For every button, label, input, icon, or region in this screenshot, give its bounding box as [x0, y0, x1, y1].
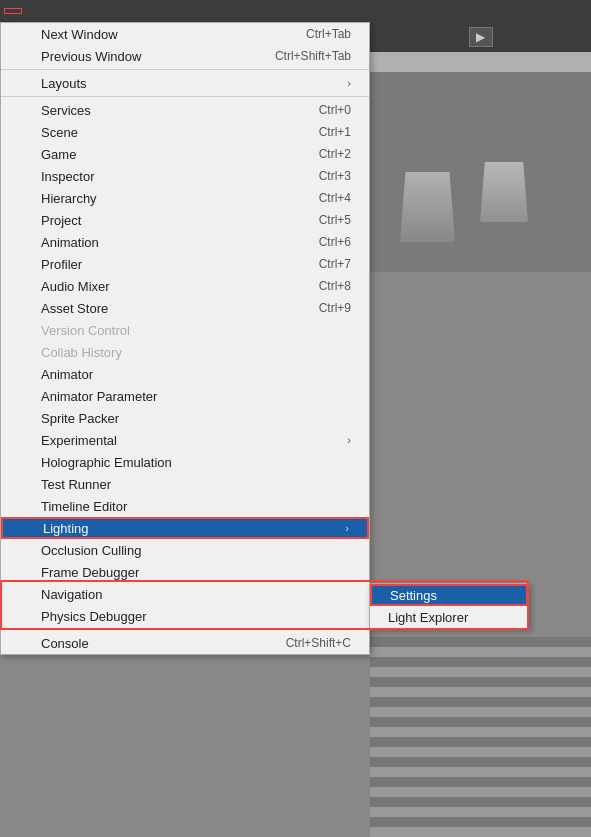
- menu-item-label-layouts: Layouts: [41, 76, 87, 91]
- submenu-item-settings[interactable]: Settings: [370, 584, 528, 606]
- menu-item-label-inspector: Inspector: [41, 169, 94, 184]
- menu-item-console[interactable]: ConsoleCtrl+Shift+C: [1, 632, 369, 654]
- menu-item-label-holographic-emulation: Holographic Emulation: [41, 455, 172, 470]
- menu-item-services[interactable]: ServicesCtrl+0: [1, 99, 369, 121]
- menu-item-label-previous-window: Previous Window: [41, 49, 141, 64]
- window-menu-dropdown: Next WindowCtrl+TabPrevious WindowCtrl+S…: [0, 22, 370, 655]
- menu-item-label-audio-mixer: Audio Mixer: [41, 279, 110, 294]
- menu-item-test-runner[interactable]: Test Runner: [1, 473, 369, 495]
- menu-item-shortcut-project: Ctrl+5: [319, 213, 351, 227]
- menu-item-game[interactable]: GameCtrl+2: [1, 143, 369, 165]
- menu-item-label-project: Project: [41, 213, 81, 228]
- menu-item-navigation[interactable]: Navigation: [1, 583, 369, 605]
- menu-item-label-scene: Scene: [41, 125, 78, 140]
- menu-item-shortcut-audio-mixer: Ctrl+8: [319, 279, 351, 293]
- menu-item-shortcut-previous-window: Ctrl+Shift+Tab: [275, 49, 351, 63]
- menu-item-label-physics-debugger: Physics Debugger: [41, 609, 147, 624]
- play-button[interactable]: ▶: [469, 27, 493, 47]
- menu-item-audio-mixer[interactable]: Audio MixerCtrl+8: [1, 275, 369, 297]
- menu-item-previous-window[interactable]: Previous WindowCtrl+Shift+Tab: [1, 45, 369, 67]
- menu-item-frame-debugger[interactable]: Frame Debugger: [1, 561, 369, 583]
- lighting-submenu: SettingsLight Explorer: [369, 583, 529, 629]
- menu-item-label-animation: Animation: [41, 235, 99, 250]
- menu-item-sprite-packer[interactable]: Sprite Packer: [1, 407, 369, 429]
- menu-item-arrow-lighting: ›: [345, 522, 349, 534]
- menu-item-label-collab-history: Collab History: [41, 345, 122, 360]
- menu-item-label-navigation: Navigation: [41, 587, 102, 602]
- menu-item-shortcut-hierarchy: Ctrl+4: [319, 191, 351, 205]
- menu-item-label-lighting: Lighting: [43, 521, 89, 536]
- stripes-area: [370, 637, 591, 837]
- menu-item-shortcut-services: Ctrl+0: [319, 103, 351, 117]
- menu-item-animator-parameter[interactable]: Animator Parameter: [1, 385, 369, 407]
- submenu-item-light-explorer[interactable]: Light Explorer: [370, 606, 528, 628]
- menu-item-version-control: Version Control: [1, 319, 369, 341]
- menu-item-arrow-layouts: ›: [347, 77, 351, 89]
- menu-item-shortcut-scene: Ctrl+1: [319, 125, 351, 139]
- scale-bar: [370, 52, 591, 72]
- menu-item-occlusion-culling[interactable]: Occlusion Culling: [1, 539, 369, 561]
- play-area: ▶: [370, 22, 591, 52]
- menu-item-hierarchy[interactable]: HierarchyCtrl+4: [1, 187, 369, 209]
- menu-item-label-animator-parameter: Animator Parameter: [41, 389, 157, 404]
- menu-item-animator[interactable]: Animator: [1, 363, 369, 385]
- menu-item-layouts[interactable]: Layouts›: [1, 72, 369, 94]
- menu-item-label-sprite-packer: Sprite Packer: [41, 411, 119, 426]
- menu-item-shortcut-inspector: Ctrl+3: [319, 169, 351, 183]
- menu-item-scene[interactable]: SceneCtrl+1: [1, 121, 369, 143]
- menu-item-physics-debugger[interactable]: Physics Debugger: [1, 605, 369, 627]
- menu-item-label-asset-store: Asset Store: [41, 301, 108, 316]
- menu-item-label-profiler: Profiler: [41, 257, 82, 272]
- menu-item-next-window[interactable]: Next WindowCtrl+Tab: [1, 23, 369, 45]
- menu-item-shortcut-console: Ctrl+Shift+C: [286, 636, 351, 650]
- menu-item-label-experimental: Experimental: [41, 433, 117, 448]
- menu-item-arrow-experimental: ›: [347, 434, 351, 446]
- menu-item-label-occlusion-culling: Occlusion Culling: [41, 543, 141, 558]
- menu-help[interactable]: [22, 9, 38, 13]
- menu-item-label-frame-debugger: Frame Debugger: [41, 565, 139, 580]
- menu-item-shortcut-game: Ctrl+2: [319, 147, 351, 161]
- menu-item-experimental[interactable]: Experimental›: [1, 429, 369, 451]
- menu-separator: [1, 96, 369, 97]
- menu-item-collab-history: Collab History: [1, 341, 369, 363]
- menu-item-profiler[interactable]: ProfilerCtrl+7: [1, 253, 369, 275]
- menu-item-project[interactable]: ProjectCtrl+5: [1, 209, 369, 231]
- menu-item-label-console: Console: [41, 636, 89, 651]
- menu-item-label-hierarchy: Hierarchy: [41, 191, 97, 206]
- menu-item-shortcut-animation: Ctrl+6: [319, 235, 351, 249]
- menu-item-label-version-control: Version Control: [41, 323, 130, 338]
- menu-item-label-services: Services: [41, 103, 91, 118]
- menu-item-inspector[interactable]: InspectorCtrl+3: [1, 165, 369, 187]
- menu-window[interactable]: [4, 8, 22, 14]
- menu-item-animation[interactable]: AnimationCtrl+6: [1, 231, 369, 253]
- menu-item-label-game: Game: [41, 147, 76, 162]
- menu-item-label-animator: Animator: [41, 367, 93, 382]
- menu-separator: [1, 69, 369, 70]
- menu-item-shortcut-next-window: Ctrl+Tab: [306, 27, 351, 41]
- menu-item-asset-store[interactable]: Asset StoreCtrl+9: [1, 297, 369, 319]
- menu-separator: [1, 629, 369, 630]
- menu-item-holographic-emulation[interactable]: Holographic Emulation: [1, 451, 369, 473]
- menu-item-shortcut-asset-store: Ctrl+9: [319, 301, 351, 315]
- menu-item-shortcut-profiler: Ctrl+7: [319, 257, 351, 271]
- menu-bar: [0, 0, 591, 22]
- menu-item-label-test-runner: Test Runner: [41, 477, 111, 492]
- scene-viewport: [370, 72, 591, 272]
- menu-item-label-timeline-editor: Timeline Editor: [41, 499, 127, 514]
- menu-item-lighting[interactable]: Lighting›: [1, 517, 369, 539]
- menu-item-label-next-window: Next Window: [41, 27, 118, 42]
- menu-item-timeline-editor[interactable]: Timeline Editor: [1, 495, 369, 517]
